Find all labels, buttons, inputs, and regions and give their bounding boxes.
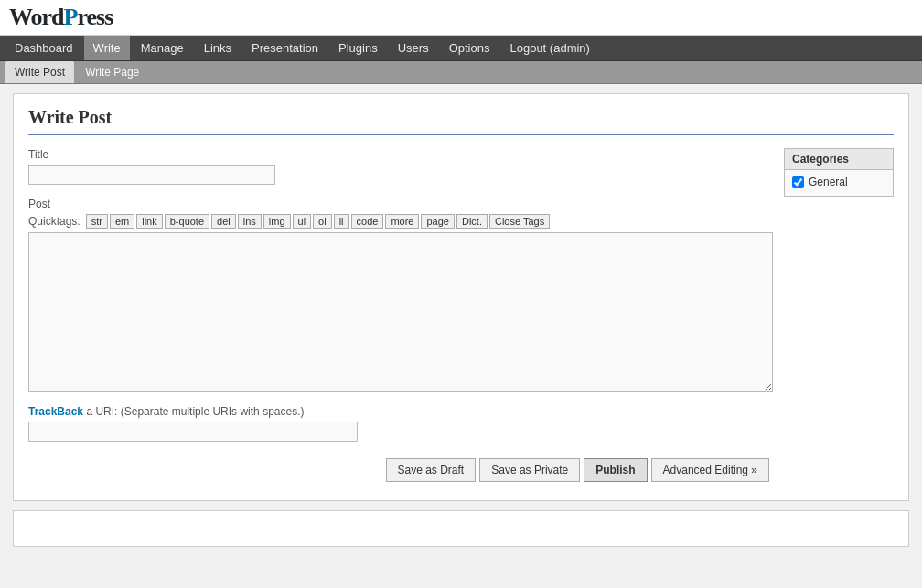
quicktag-more[interactable]: more	[385, 214, 419, 229]
advanced-editing-button[interactable]: Advanced Editing »	[651, 458, 769, 482]
nav-item-presentation[interactable]: Presentation	[242, 36, 327, 60]
trackback-label-suffix: a URI:	[83, 405, 117, 418]
category-checkbox-general[interactable]	[792, 176, 804, 188]
quicktags-row: Quicktags: str em link b-quote del ins i…	[28, 214, 773, 229]
nav-item-options[interactable]: Options	[440, 36, 499, 60]
quicktag-code[interactable]: code	[351, 214, 384, 229]
post-main: Title Post Quicktags: str em link b-quot…	[28, 148, 773, 482]
post-layout: Title Post Quicktags: str em link b-quot…	[28, 148, 894, 482]
nav-item-plugins[interactable]: Plugins	[329, 36, 387, 60]
sub-nav: Write Post Write Page	[0, 61, 922, 84]
quicktags-label: Quicktags:	[28, 215, 80, 228]
publish-button[interactable]: Publish	[584, 458, 647, 482]
nav-item-write[interactable]: Write	[84, 36, 130, 60]
quicktag-link[interactable]: link	[136, 214, 163, 229]
nav-item-dashboard[interactable]: Dashboard	[5, 36, 82, 60]
trackback-note: (Separate multiple URIs with spaces.)	[121, 405, 305, 418]
title-section: Title	[28, 148, 773, 185]
categories-box: Categories General	[784, 148, 894, 197]
panel-title: Write Post	[28, 107, 894, 135]
quicktag-ol[interactable]: ol	[313, 214, 332, 229]
quicktag-close-tags[interactable]: Close Tags	[489, 214, 550, 229]
quicktag-str[interactable]: str	[86, 214, 108, 229]
save-draft-button[interactable]: Save as Draft	[386, 458, 477, 482]
site-header: WordPress	[0, 0, 922, 36]
nav-item-logout[interactable]: Logout (admin)	[500, 36, 598, 60]
categories-list: General	[785, 170, 893, 196]
nav-item-manage[interactable]: Manage	[132, 36, 193, 60]
trackback-input[interactable]	[28, 422, 358, 442]
category-label-general: General	[809, 176, 848, 188]
categories-title: Categories	[785, 149, 893, 170]
main-nav: Dashboard Write Manage Links Presentatio…	[0, 36, 922, 61]
subnav-write-page[interactable]: Write Page	[76, 61, 148, 83]
nav-item-users[interactable]: Users	[389, 36, 438, 60]
save-private-button[interactable]: Save as Private	[479, 458, 580, 482]
quicktag-ins[interactable]: ins	[238, 214, 262, 229]
bottom-panel	[13, 510, 909, 547]
category-item-general: General	[792, 176, 885, 188]
trackback-section: TrackBack a URI: (Separate multiple URIs…	[28, 405, 773, 442]
quicktag-b-quote[interactable]: b-quote	[165, 214, 209, 229]
post-textarea[interactable]	[28, 232, 773, 392]
quicktag-dict[interactable]: Dict.	[456, 214, 488, 229]
title-label: Title	[28, 148, 773, 161]
nav-item-links[interactable]: Links	[195, 36, 241, 60]
trackback-label: TrackBack a URI: (Separate multiple URIs…	[28, 405, 773, 418]
title-input[interactable]	[28, 165, 275, 185]
post-label: Post	[28, 198, 773, 210]
quicktag-img[interactable]: img	[263, 214, 291, 229]
write-post-panel: Write Post Title Post Quicktags: str em	[13, 93, 909, 501]
page-content: Write Post Title Post Quicktags: str em	[0, 84, 922, 556]
trackback-link[interactable]: TrackBack	[28, 405, 83, 418]
quicktag-ul[interactable]: ul	[293, 214, 312, 229]
post-sidebar: Categories General	[784, 148, 894, 482]
quicktag-em[interactable]: em	[110, 214, 134, 229]
quicktag-del[interactable]: del	[211, 214, 236, 229]
action-row: Save as Draft Save as Private Publish Ad…	[28, 458, 773, 482]
subnav-write-post[interactable]: Write Post	[5, 61, 74, 83]
quicktag-page[interactable]: page	[421, 214, 454, 229]
post-section: Post Quicktags: str em link b-quote del …	[28, 198, 773, 392]
site-logo: WordPress	[9, 4, 113, 31]
quicktag-li[interactable]: li	[334, 214, 349, 229]
